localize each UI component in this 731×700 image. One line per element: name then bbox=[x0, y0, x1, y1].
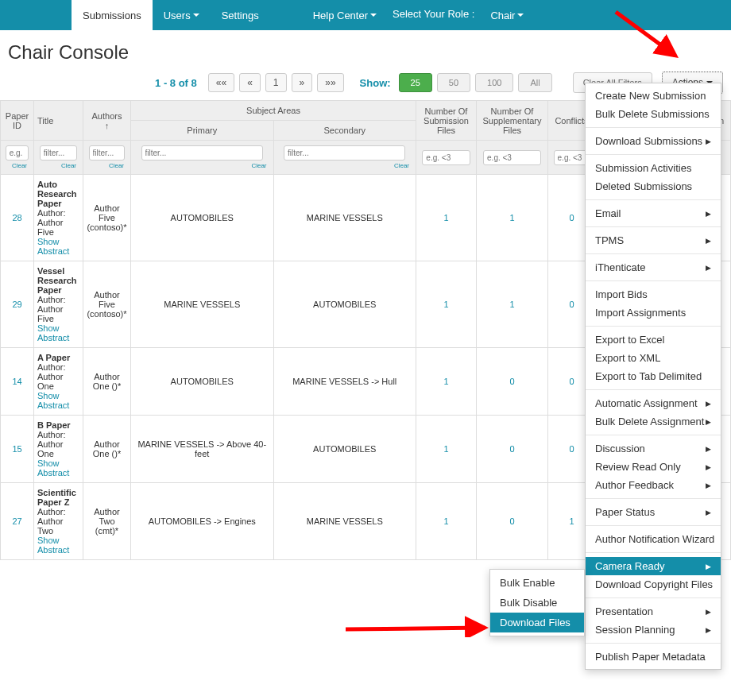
nav-settings[interactable]: Settings bbox=[211, 0, 270, 30]
filter-paper-id[interactable] bbox=[6, 145, 29, 160]
clear-filter-link[interactable]: Clear bbox=[134, 160, 270, 169]
role-selector[interactable]: Chair bbox=[479, 0, 535, 30]
menu-item[interactable]: Paper Status▶ bbox=[586, 503, 721, 521]
show-abstract-link[interactable]: Show Abstract bbox=[37, 391, 69, 410]
menu-item[interactable]: Camera Ready▶ bbox=[586, 557, 721, 560]
show-abstract-link[interactable]: Show Abstract bbox=[37, 458, 69, 478]
menu-item[interactable]: Author Feedback▶ bbox=[586, 476, 721, 494]
menu-divider bbox=[586, 525, 721, 526]
primary-cell: MARINE VESSELS bbox=[131, 261, 274, 348]
conflicts-link[interactable]: 1 bbox=[569, 516, 574, 526]
sup-files-link[interactable]: 1 bbox=[509, 213, 514, 222]
sub-files-link[interactable]: 1 bbox=[443, 444, 448, 454]
menu-item-label: Submission Activities bbox=[595, 162, 691, 174]
filter-sup-files[interactable] bbox=[483, 150, 541, 165]
chevron-right-icon: ▶ bbox=[706, 418, 711, 426]
clear-filter-link[interactable]: Clear bbox=[277, 160, 413, 169]
menu-item-label: Automatic Assignment bbox=[595, 397, 698, 409]
show-abstract-link[interactable]: Show Abstract bbox=[37, 536, 69, 555]
menu-item-label: Download Submissions bbox=[595, 135, 702, 147]
filter-title[interactable] bbox=[40, 145, 78, 160]
menu-item[interactable]: Review Read Only▶ bbox=[586, 458, 721, 476]
pagesize-all-button[interactable]: All bbox=[518, 73, 551, 92]
clear-filter-link[interactable]: Clear bbox=[37, 160, 79, 169]
menu-item[interactable]: Export to XML bbox=[586, 349, 721, 367]
paper-id-link[interactable]: 15 bbox=[12, 444, 21, 454]
page-prev-button[interactable]: « bbox=[239, 73, 261, 92]
col-submission-files[interactable]: Number Of Submission Files bbox=[416, 101, 477, 141]
sub-files-link[interactable]: 1 bbox=[443, 213, 448, 222]
nav-help[interactable]: Help Center bbox=[302, 0, 388, 30]
menu-item[interactable]: Submission Activities bbox=[586, 159, 721, 177]
menu-item[interactable]: TPMS▶ bbox=[586, 231, 721, 249]
conflicts-link[interactable]: 0 bbox=[569, 444, 574, 454]
filter-primary[interactable] bbox=[141, 145, 263, 160]
menu-item[interactable]: Download Submissions▶ bbox=[586, 132, 721, 150]
nav-submissions[interactable]: Submissions bbox=[72, 0, 153, 30]
page-number-button[interactable]: 1 bbox=[265, 73, 287, 92]
clear-filter-link[interactable]: Clear bbox=[87, 160, 127, 169]
col-authors[interactable]: Authors↑ bbox=[83, 101, 131, 141]
menu-item-label: Author Feedback bbox=[595, 479, 674, 491]
filter-sub-files[interactable] bbox=[422, 150, 470, 165]
paper-id-link[interactable]: 28 bbox=[12, 213, 21, 222]
author-label: Author: bbox=[37, 430, 79, 439]
primary-cell: AUTOMOBILES -> Engines bbox=[131, 483, 274, 560]
menu-item[interactable]: Deleted Submissions bbox=[586, 177, 721, 195]
paper-id-link[interactable]: 29 bbox=[12, 300, 21, 309]
col-secondary[interactable]: Secondary bbox=[273, 121, 416, 141]
caret-icon bbox=[193, 14, 199, 17]
col-paper-id[interactable]: Paper ID bbox=[1, 101, 34, 141]
menu-item[interactable]: Discussion▶ bbox=[586, 439, 721, 458]
sup-files-link[interactable]: 0 bbox=[509, 516, 514, 526]
filter-authors[interactable] bbox=[89, 145, 126, 160]
menu-item[interactable]: Create New Submission bbox=[586, 87, 721, 105]
page-first-button[interactable]: «« bbox=[208, 73, 234, 92]
authors-cell: Author Two (cmt)* bbox=[83, 483, 131, 560]
col-supplementary-files[interactable]: Number Of Supplementary Files bbox=[477, 101, 548, 141]
sub-files-link[interactable]: 1 bbox=[443, 516, 448, 526]
menu-item[interactable]: Export to Tab Delimited bbox=[586, 367, 721, 385]
page-next-button[interactable]: » bbox=[292, 73, 313, 92]
pagesize-50-button[interactable]: 50 bbox=[437, 73, 470, 92]
sub-files-link[interactable]: 1 bbox=[443, 300, 448, 309]
filter-secondary[interactable] bbox=[284, 145, 405, 160]
sup-files-link[interactable]: 1 bbox=[509, 300, 514, 309]
menu-item-label: Email bbox=[595, 207, 621, 219]
menu-item[interactable]: Author Notification Wizard bbox=[586, 530, 721, 548]
nav-help-label: Help Center bbox=[313, 10, 368, 21]
page-last-button[interactable]: »» bbox=[317, 73, 343, 92]
pagesize-100-button[interactable]: 100 bbox=[475, 73, 513, 92]
menu-item[interactable]: Bulk Delete Submissions bbox=[586, 105, 721, 123]
show-abstract-link[interactable]: Show Abstract bbox=[37, 237, 69, 256]
author-label: Author: bbox=[37, 208, 79, 218]
conflicts-link[interactable]: 0 bbox=[569, 377, 574, 386]
sup-files-link[interactable]: 0 bbox=[509, 377, 514, 386]
menu-item-label: Export to Tab Delimited bbox=[595, 370, 702, 382]
menu-divider bbox=[586, 280, 721, 281]
menu-item[interactable]: Email▶ bbox=[586, 204, 721, 222]
clear-filter-link[interactable]: Clear bbox=[4, 160, 30, 169]
menu-divider bbox=[586, 435, 721, 435]
conflicts-link[interactable]: 0 bbox=[569, 213, 574, 222]
conflicts-link[interactable]: 0 bbox=[569, 300, 574, 309]
author-name: Author Five bbox=[37, 218, 79, 237]
menu-item[interactable]: Automatic Assignment▶ bbox=[586, 394, 721, 412]
menu-item[interactable]: Bulk Delete Assignment▶ bbox=[586, 412, 721, 431]
menu-item[interactable]: Import Assignments bbox=[586, 304, 721, 322]
paper-id-link[interactable]: 14 bbox=[12, 377, 21, 386]
show-abstract-link[interactable]: Show Abstract bbox=[37, 323, 69, 342]
menu-item[interactable]: iThenticate▶ bbox=[586, 258, 721, 277]
paper-id-link[interactable]: 27 bbox=[12, 516, 21, 526]
menu-item[interactable]: Import Bids bbox=[586, 285, 721, 304]
paging-info: 1 - 8 of 8 bbox=[155, 77, 197, 89]
author-label: Author: bbox=[37, 295, 79, 304]
chevron-right-icon: ▶ bbox=[706, 445, 711, 453]
col-primary[interactable]: Primary bbox=[131, 121, 274, 141]
nav-users[interactable]: Users bbox=[153, 0, 211, 30]
menu-item[interactable]: Export to Excel bbox=[586, 331, 721, 349]
sup-files-link[interactable]: 0 bbox=[509, 444, 514, 454]
sub-files-link[interactable]: 1 bbox=[443, 377, 448, 386]
col-title[interactable]: Title bbox=[34, 101, 83, 141]
pagesize-25-button[interactable]: 25 bbox=[399, 73, 432, 92]
